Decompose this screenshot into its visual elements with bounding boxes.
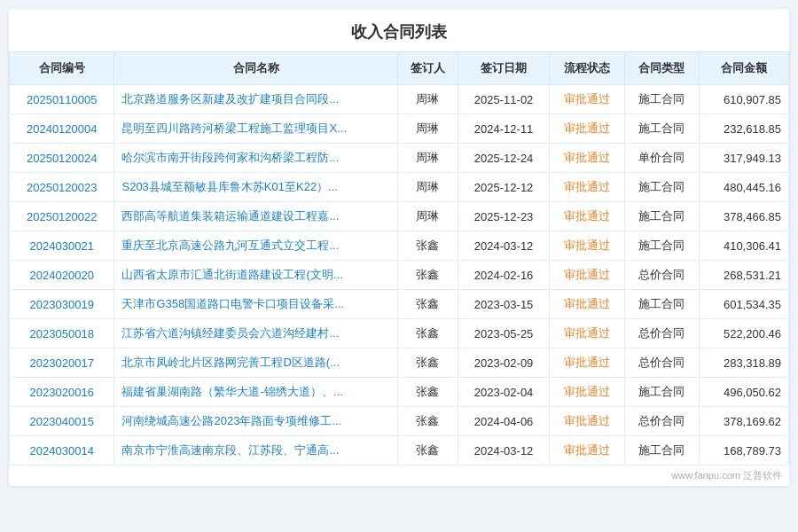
cell-contract-id[interactable]: 20240120004 — [10, 114, 114, 144]
cell-type: 施工合同 — [624, 85, 700, 114]
cell-contract-id[interactable]: 2023050018 — [10, 319, 114, 348]
cell-contract-name[interactable]: S203县城至额敏县库鲁木苏K01至K22）... — [114, 173, 397, 202]
cell-amount: 480,445.16 — [700, 173, 789, 202]
cell-contract-id[interactable]: 20250110005 — [10, 85, 114, 114]
table-row: 2024030014南京市宁淮高速南京段、江苏段、宁通高...张鑫2024-03… — [10, 436, 789, 466]
contract-table: 合同编号 合同名称 签订人 签订日期 流程状态 合同类型 合同金额 202501… — [9, 51, 789, 466]
cell-contract-id[interactable]: 2023020016 — [10, 378, 114, 407]
cell-contract-name[interactable]: 重庆至北京高速公路九河互通式立交工程... — [114, 231, 397, 261]
cell-type: 施工合同 — [624, 173, 700, 202]
cell-status: 审批通过 — [549, 85, 624, 114]
cell-date: 2024-12-11 — [458, 114, 549, 144]
cell-type: 总价合同 — [624, 407, 700, 436]
cell-contract-name[interactable]: 南京市宁淮高速南京段、江苏段、宁通高... — [114, 436, 397, 466]
cell-type: 施工合同 — [624, 202, 700, 231]
cell-amount: 378,466.85 — [700, 202, 789, 231]
table-row: 20240120004昆明至四川路跨河桥梁工程施工监理项目X...周琳2024-… — [10, 114, 789, 144]
table-row: 20250110005北京路道服务区新建及改扩建项目合同段...周琳2025-1… — [10, 85, 789, 114]
cell-contract-name[interactable]: 天津市G358国道路口电警卡口项目设备采... — [114, 290, 397, 319]
cell-amount: 522,200.46 — [700, 319, 789, 348]
cell-type: 总价合同 — [624, 348, 700, 378]
cell-signer: 张鑫 — [397, 436, 458, 466]
cell-status: 审批通过 — [549, 290, 624, 319]
cell-date: 2024-02-16 — [458, 261, 549, 290]
cell-contract-name[interactable]: 哈尔滨市南开街段跨何家和沟桥梁工程防... — [114, 144, 397, 173]
table-row: 2023020017北京市凤岭北片区路网完善工程D区道路(...张鑫2023-0… — [10, 348, 789, 378]
cell-type: 施工合同 — [624, 114, 700, 144]
cell-date: 2023-03-15 — [458, 290, 549, 319]
table-row: 2024030021重庆至北京高速公路九河互通式立交工程...张鑫2024-03… — [10, 231, 789, 261]
cell-signer: 张鑫 — [397, 231, 458, 261]
cell-type: 施工合同 — [624, 436, 700, 466]
table-body: 20250110005北京路道服务区新建及改扩建项目合同段...周琳2025-1… — [10, 85, 789, 466]
table-header-row: 合同编号 合同名称 签订人 签订日期 流程状态 合同类型 合同金额 — [10, 52, 789, 85]
cell-amount: 283,318.89 — [700, 348, 789, 378]
col-header-name: 合同名称 — [114, 52, 397, 85]
cell-contract-name[interactable]: 福建省巢湖南路（繁华大道-锦绣大道）、... — [114, 378, 397, 407]
cell-signer: 周琳 — [397, 114, 458, 144]
col-header-amount: 合同金额 — [700, 52, 789, 85]
cell-status: 审批通过 — [549, 173, 624, 202]
cell-contract-id[interactable]: 20250120024 — [10, 144, 114, 173]
cell-date: 2023-02-04 — [458, 378, 549, 407]
cell-date: 2023-02-09 — [458, 348, 549, 378]
cell-signer: 周琳 — [397, 144, 458, 173]
cell-amount: 232,618.85 — [700, 114, 789, 144]
cell-type: 总价合同 — [624, 261, 700, 290]
cell-contract-name[interactable]: 河南绕城高速公路2023年路面专项维修工... — [114, 407, 397, 436]
cell-contract-id[interactable]: 2024020020 — [10, 261, 114, 290]
cell-contract-name[interactable]: 北京路道服务区新建及改扩建项目合同段... — [114, 85, 397, 114]
cell-amount: 268,531.21 — [700, 261, 789, 290]
cell-type: 施工合同 — [624, 231, 700, 261]
cell-amount: 601,534.35 — [700, 290, 789, 319]
cell-contract-id[interactable]: 2024030021 — [10, 231, 114, 261]
table-row: 2023020016福建省巢湖南路（繁华大道-锦绣大道）、...张鑫2023-0… — [10, 378, 789, 407]
cell-amount: 496,050.62 — [700, 378, 789, 407]
watermark: www.fanpu.com 泛普软件 — [9, 466, 789, 486]
cell-contract-id[interactable]: 2024030014 — [10, 436, 114, 466]
col-header-status: 流程状态 — [549, 52, 624, 85]
cell-signer: 周琳 — [397, 173, 458, 202]
cell-signer: 张鑫 — [397, 319, 458, 348]
cell-status: 审批通过 — [549, 407, 624, 436]
cell-contract-name[interactable]: 山西省太原市汇通北街道路建设工程(文明... — [114, 261, 397, 290]
table-row: 2023040015河南绕城高速公路2023年路面专项维修工...张鑫2024-… — [10, 407, 789, 436]
col-header-type: 合同类型 — [624, 52, 700, 85]
cell-date: 2025-12-23 — [458, 202, 549, 231]
col-header-signer: 签订人 — [397, 52, 458, 85]
cell-amount: 378,169.62 — [700, 407, 789, 436]
cell-signer: 周琳 — [397, 202, 458, 231]
table-row: 2023030019天津市G358国道路口电警卡口项目设备采...张鑫2023-… — [10, 290, 789, 319]
cell-signer: 张鑫 — [397, 407, 458, 436]
cell-type: 总价合同 — [624, 319, 700, 348]
cell-contract-id[interactable]: 20250120022 — [10, 202, 114, 231]
cell-status: 审批通过 — [549, 261, 624, 290]
cell-status: 审批通过 — [549, 114, 624, 144]
cell-type: 施工合同 — [624, 290, 700, 319]
table-row: 2024020020山西省太原市汇通北街道路建设工程(文明...张鑫2024-0… — [10, 261, 789, 290]
cell-contract-name[interactable]: 北京市凤岭北片区路网完善工程D区道路(... — [114, 348, 397, 378]
cell-amount: 168,789.73 — [700, 436, 789, 466]
cell-status: 审批通过 — [549, 202, 624, 231]
cell-status: 审批通过 — [549, 144, 624, 173]
cell-date: 2024-04-06 — [458, 407, 549, 436]
cell-contract-id[interactable]: 2023030019 — [10, 290, 114, 319]
cell-contract-id[interactable]: 2023020017 — [10, 348, 114, 378]
cell-contract-id[interactable]: 2023040015 — [10, 407, 114, 436]
cell-type: 单价合同 — [624, 144, 700, 173]
cell-contract-name[interactable]: 昆明至四川路跨河桥梁工程施工监理项目X... — [114, 114, 397, 144]
cell-status: 审批通过 — [549, 231, 624, 261]
table-row: 20250120022西部高等航道集装箱运输通道建设工程嘉...周琳2025-1… — [10, 202, 789, 231]
cell-amount: 317,949.13 — [700, 144, 789, 173]
main-container: 收入合同列表 合同编号 合同名称 签订人 签订日期 流程状态 合同类型 合同金额… — [9, 9, 789, 486]
cell-date: 2025-11-02 — [458, 85, 549, 114]
cell-date: 2025-12-12 — [458, 173, 549, 202]
cell-contract-name[interactable]: 西部高等航道集装箱运输通道建设工程嘉... — [114, 202, 397, 231]
cell-contract-id[interactable]: 20250120023 — [10, 173, 114, 202]
watermark-text: www.fanpu.com 泛普软件 — [671, 470, 782, 481]
cell-status: 审批通过 — [549, 378, 624, 407]
table-row: 20250120023S203县城至额敏县库鲁木苏K01至K22）...周琳20… — [10, 173, 789, 202]
col-header-id: 合同编号 — [10, 52, 114, 85]
cell-contract-name[interactable]: 江苏省六道沟镇经建委员会六道沟经建村... — [114, 319, 397, 348]
cell-signer: 张鑫 — [397, 261, 458, 290]
